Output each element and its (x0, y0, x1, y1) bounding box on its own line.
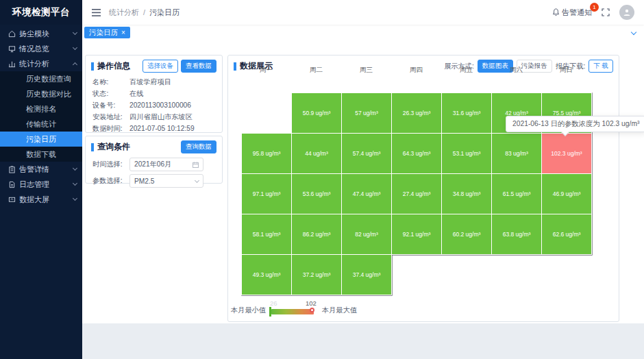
query-condition-card: 查询条件 查询数据 时间选择: 2021年06月 参数选择: PM2.5 (85, 136, 223, 184)
calendar-cell[interactable]: 26.3 ug/m³ (391, 92, 442, 134)
field-value: 在线 (129, 89, 143, 99)
calendar-cell[interactable]: 49.3 ug/m³ (241, 254, 292, 295)
calendar-cell[interactable]: 92.1 ug/m³ (391, 214, 442, 255)
tab-label: 污染日历 (89, 27, 118, 38)
chevron-down-icon (73, 30, 77, 35)
param-select-dropdown[interactable]: PM2.5 (129, 174, 203, 188)
cell-value: 97.1 ug/m³ (253, 190, 281, 197)
legend-min-label: 本月最小值 (231, 306, 266, 315)
sidebar-item-dust-module[interactable]: 扬尘模块 (0, 26, 82, 41)
weekday-label: 周四 (391, 66, 441, 75)
calendar-cell[interactable]: 50.9 ug/m³ (291, 92, 342, 134)
cell-value: 57.4 ug/m³ (353, 150, 381, 157)
cell-value: 49.3 ug/m³ (253, 271, 281, 278)
calendar-cell[interactable]: 62.6 ug/m³ (541, 214, 592, 255)
calendar-cell[interactable]: 97.1 ug/m³ (241, 173, 292, 214)
calendar-cell[interactable]: 63.8 ug/m³ (491, 214, 542, 255)
cell-value: 53.6 ug/m³ (303, 190, 331, 197)
download-button[interactable]: 下 载 (589, 60, 613, 73)
sidebar-item-history-query[interactable]: 历史数据查询 (0, 71, 82, 86)
fullscreen-icon[interactable] (602, 8, 610, 16)
cell-value: 34.8 ug/m³ (453, 190, 481, 197)
main-content: 操作信息 选择设备 查看数据 名称: 百坡学府项目 状态: 在线 设备号: 20… (82, 40, 644, 323)
sidebar-item-transfer-stats[interactable]: 传输统计 (0, 116, 82, 132)
statistics-submenu: 历史数据查询 历史数据对比 检测排名 传输统计 污染日历 数据下载 (0, 71, 82, 162)
weekday-label: 周三 (341, 66, 391, 75)
sidebar-item-alarm-detail[interactable]: 告警详情 (0, 162, 82, 177)
menu-collapse-icon[interactable] (92, 9, 101, 16)
breadcrumb-section[interactable]: 统计分析 (109, 8, 139, 18)
notification-button[interactable]: 告警通知 1 (552, 8, 592, 18)
calendar-cell[interactable]: 95.8 ug/m³ (241, 133, 292, 174)
monitor-icon (8, 196, 16, 203)
tab-close-icon[interactable]: × (121, 27, 125, 38)
calendar-cell[interactable]: 83 ug/m³ (491, 133, 542, 174)
sidebar-item-overview[interactable]: 情况总览 (0, 41, 82, 56)
calendar-cell[interactable]: 61.5 ug/m³ (491, 173, 542, 214)
select-device-button[interactable]: 选择设备 (143, 60, 178, 73)
calendar-cell[interactable]: 37.4 ug/m³ (341, 254, 392, 295)
query-data-button[interactable]: 查询数据 (181, 140, 216, 153)
tab-pollution-calendar[interactable]: 污染日历 × (84, 27, 130, 38)
chevron-down-icon (195, 177, 199, 182)
weekday-label: 周日 (541, 66, 591, 75)
view-data-button[interactable]: 查看数据 (181, 60, 216, 73)
legend-min-value: 26 (270, 299, 277, 307)
weekday-header-row: 周一周二周三周四周五周六周日 (241, 66, 591, 75)
sidebar-item-statistics[interactable]: 统计分析 (0, 56, 82, 71)
cell-value: 92.1 ug/m³ (403, 231, 431, 238)
sidebar-item-label: 统计分析 (19, 59, 73, 69)
calendar-cell[interactable]: 31.6 ug/m³ (441, 92, 492, 134)
calendar-cell[interactable]: 57.4 ug/m³ (341, 133, 392, 174)
calendar-cell[interactable]: 44 ug/m³ (291, 133, 342, 174)
cell-value: 102.3 ug/m³ (551, 150, 582, 157)
dashboard-icon (8, 45, 16, 53)
sidebar-item-data-download[interactable]: 数据下载 (0, 147, 82, 162)
calendar-cell[interactable]: 57 ug/m³ (341, 92, 392, 134)
calendar-cell[interactable]: 53.1 ug/m³ (441, 133, 492, 174)
calendar-cell[interactable]: 47.4 ug/m³ (341, 173, 392, 214)
calendar-cell[interactable]: 64.3 ug/m³ (391, 133, 442, 174)
legend-max-value: 102 (306, 299, 317, 307)
legend-gradient-bar (271, 309, 314, 314)
cell-value: 58.1 ug/m³ (253, 231, 281, 238)
sidebar-item-detect-rank[interactable]: 检测排名 (0, 101, 82, 116)
breadcrumb-current: 污染日历 (149, 8, 179, 18)
calendar-cell-highlight[interactable]: 102.3 ug/m³ (541, 133, 592, 174)
cell-value: 37.2 ug/m³ (303, 271, 331, 278)
month-picker-input[interactable]: 2021年06月 (129, 158, 203, 171)
calendar-cell[interactable]: 60.2 ug/m³ (441, 214, 492, 255)
cell-value: 44 ug/m³ (305, 150, 328, 157)
legend-gradient[interactable]: 26 102 (267, 301, 321, 320)
chevron-up-icon (73, 62, 77, 66)
calendar-cell[interactable]: 53.6 ug/m³ (291, 173, 342, 214)
calendar-cell[interactable]: 37.2 ug/m³ (291, 254, 342, 295)
field-row-device-no: 设备号: 2020113003100006 (92, 99, 215, 111)
tab-list-chevron-icon[interactable] (631, 29, 636, 35)
calendar-cell[interactable]: 34.8 ug/m³ (441, 173, 492, 214)
calendar-cell[interactable]: 82 ug/m³ (341, 214, 392, 255)
notification-badge: 1 (590, 3, 599, 12)
param-select-value: PM2.5 (134, 177, 195, 185)
avatar[interactable] (619, 5, 634, 20)
calendar-cell[interactable]: 86.2 ug/m³ (291, 214, 342, 255)
sidebar-item-history-compare[interactable]: 历史数据对比 (0, 86, 82, 101)
sidebar-item-log-manage[interactable]: 日志管理 (0, 177, 82, 192)
calendar-cell[interactable]: 27.4 ug/m³ (391, 173, 442, 214)
field-value: 2020113003100006 (129, 101, 191, 109)
legend-max-handle[interactable] (310, 308, 314, 312)
field-value: 2021-07-05 10:12:59 (129, 125, 195, 132)
calendar-cell[interactable]: 58.1 ug/m³ (241, 214, 292, 255)
sidebar-item-pollution-calendar[interactable]: 污染日历 (0, 132, 82, 147)
field-value: 四川省眉山市东坡区 (129, 112, 193, 122)
calendar-cell[interactable]: 46.9 ug/m³ (541, 173, 592, 214)
param-select-row: 参数选择: PM2.5 (86, 174, 222, 188)
weekday-label: 周六 (491, 66, 541, 75)
sidebar-item-data-screen[interactable]: 数据大屏 (0, 192, 82, 207)
sidebar-item-label: 扬尘模块 (19, 29, 73, 39)
operation-info-title: 操作信息 (91, 60, 130, 72)
time-select-label: 时间选择: (92, 160, 129, 169)
chevron-down-icon (73, 45, 77, 50)
sidebar-item-label: 数据大屏 (19, 195, 73, 205)
field-row-name: 名称: 百坡学府项目 (92, 76, 215, 88)
